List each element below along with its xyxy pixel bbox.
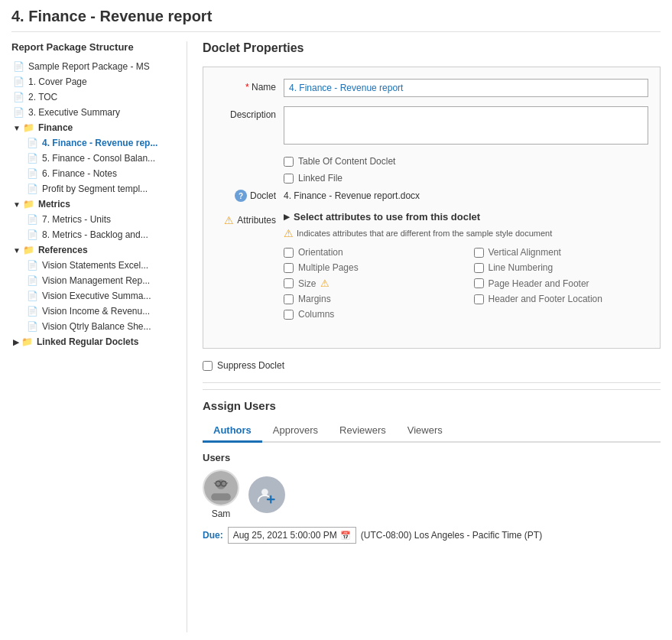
assign-users-title: Assign Users [203, 389, 661, 412]
tab-viewers[interactable]: Viewers [397, 420, 453, 443]
file-icon: 📄 [13, 92, 24, 102]
tree-item-cover[interactable]: 📄 1. Cover Page [11, 74, 183, 89]
file-icon: 📄 [27, 275, 38, 286]
tab-approvers[interactable]: Approvers [262, 420, 329, 443]
attr-header-footer-location-checkbox[interactable] [474, 294, 484, 304]
file-icon: 📄 [27, 260, 38, 271]
tree-group-references[interactable]: ▼ 📁 References [11, 242, 183, 258]
suppress-doclet-label: Suppress Doclet [217, 360, 284, 371]
attr-vertical-align-label: Vertical Alignment [489, 247, 561, 258]
add-user-icon [256, 484, 278, 505]
attr-orientation-label: Orientation [298, 247, 343, 258]
attr-columns-checkbox[interactable] [284, 310, 294, 320]
tree-item-vision-income[interactable]: 📄 Vision Income & Revenu... [25, 304, 183, 319]
due-date-field[interactable]: Aug 25, 2021 5:00:00 PM 📅 [228, 527, 356, 544]
tree-group-metrics[interactable]: ▼ 📁 Metrics [11, 197, 183, 212]
expand-arrow: ▶ [13, 338, 19, 346]
tree-item-finance-notes[interactable]: 📄 6. Finance - Notes [25, 166, 183, 181]
tab-authors[interactable]: Authors [203, 420, 262, 443]
tree-group-finance[interactable]: ▼ 📁 Finance [11, 120, 183, 135]
attr-margins-label: Margins [298, 294, 331, 304]
user-col-add [248, 476, 285, 513]
due-row: Due: Aug 25, 2021 5:00:00 PM 📅 (UTC-08:0… [203, 527, 661, 544]
attr-multiple-pages-checkbox[interactable] [284, 263, 294, 273]
tree-item-toc[interactable]: 📄 2. TOC [11, 89, 183, 105]
attributes-title: ▶ Select attributes to use from this doc… [284, 211, 648, 223]
attr-line-numbering-checkbox[interactable] [474, 263, 484, 273]
linked-file-checkbox[interactable] [284, 174, 294, 184]
attr-orientation: Orientation [284, 247, 459, 258]
attr-vertical-align: Vertical Alignment [474, 247, 649, 258]
attrs-warning-row: ⚠ Indicates attributes that are differen… [284, 227, 648, 239]
description-field-row: Description [215, 106, 648, 147]
tree-item-vision-mgmt[interactable]: 📄 Vision Management Rep... [25, 273, 183, 288]
tree-item-metrics-backlog[interactable]: 📄 8. Metrics - Backlog and... [25, 227, 183, 242]
tree-item-vision-stmt[interactable]: 📄 Vision Statements Excel... [25, 258, 183, 273]
attr-size-checkbox[interactable] [284, 278, 294, 288]
file-icon: 📄 [27, 229, 38, 240]
attr-multiple-pages-label: Multiple Pages [298, 262, 359, 273]
attributes-section: ▶ Select attributes to use from this doc… [284, 211, 648, 327]
tree-item-vision-qtrly[interactable]: 📄 Vision Qtrly Balance She... [25, 319, 183, 334]
file-icon: 📄 [27, 321, 38, 332]
doclet-label: ? Doclet [215, 190, 284, 202]
suppress-doclet-checkbox[interactable] [203, 361, 213, 371]
attr-columns: Columns [284, 309, 459, 320]
file-icon: 📄 [27, 214, 38, 225]
folder-icon: 📁 [23, 122, 34, 133]
name-field-value [284, 79, 648, 97]
file-icon: 📄 [13, 61, 24, 72]
file-icon: 📄 [13, 76, 24, 87]
tree-item-metrics-units[interactable]: 📄 7. Metrics - Units [25, 212, 183, 227]
tree-item-exec[interactable]: 📄 3. Executive Summary [11, 105, 183, 120]
tree-item-sample[interactable]: 📄 Sample Report Package - MS [11, 59, 183, 74]
attr-margins: Margins [284, 294, 459, 304]
attr-page-header-footer-checkbox[interactable] [474, 278, 484, 288]
attr-page-header-footer-label: Page Header and Footer [489, 278, 589, 289]
references-children: 📄 Vision Statements Excel... 📄 Vision Ma… [25, 258, 183, 334]
folder-icon: 📁 [23, 199, 34, 210]
attr-orientation-checkbox[interactable] [284, 248, 294, 258]
left-panel: Report Package Structure 📄 Sample Report… [11, 41, 187, 632]
add-user-button[interactable] [248, 476, 285, 513]
toc-checkbox[interactable] [284, 157, 294, 167]
description-field-value [284, 106, 648, 147]
tree-group-linked[interactable]: ▶ 📁 Linked Regular Doclets [11, 334, 183, 349]
linked-file-label: Linked File [298, 173, 342, 184]
file-icon: 📄 [27, 291, 38, 301]
name-input[interactable] [284, 79, 648, 97]
user-label-sam: Sam [212, 508, 231, 519]
user-col-sam: Sam [203, 469, 239, 519]
info-icon[interactable]: ? [235, 190, 247, 202]
due-label: Due: [203, 530, 223, 541]
finance-children: 📄 4. Finance - Revenue rep... 📄 5. Finan… [25, 135, 183, 197]
svg-point-8 [261, 489, 268, 495]
tree-item-vision-exec[interactable]: 📄 Vision Executive Summa... [25, 288, 183, 304]
left-panel-title: Report Package Structure [11, 41, 183, 53]
doclet-properties-title: Doclet Properties [203, 41, 661, 55]
attr-vertical-align-checkbox[interactable] [474, 248, 484, 258]
warning-icon: ⚠ [224, 214, 234, 226]
doclet-row: ? Doclet 4. Finance - Revenue report.doc… [215, 190, 648, 202]
folder-icon: 📁 [21, 336, 33, 347]
toc-checkbox-label: Table Of Content Doclet [298, 156, 395, 167]
properties-section: Name Description Table Of C [203, 67, 661, 349]
attributes-row: ⚠ Attributes ▶ Select attributes to use … [215, 211, 648, 327]
attributes-label: ⚠ Attributes [215, 211, 284, 226]
avatar-svg-sam [204, 469, 238, 506]
tree-item-finance-rev[interactable]: 📄 4. Finance - Revenue rep... [25, 135, 183, 151]
attr-size: Size ⚠ [284, 278, 459, 289]
tree-item-profit[interactable]: 📄 Profit by Segment templ... [25, 181, 183, 197]
triangle-icon: ▶ [284, 213, 290, 221]
description-textarea[interactable] [284, 106, 648, 145]
attr-margins-checkbox[interactable] [284, 294, 294, 304]
expand-arrow: ▼ [13, 124, 21, 132]
attr-header-footer-location: Header and Footer Location [474, 294, 649, 304]
tab-reviewers[interactable]: Reviewers [329, 420, 397, 443]
content-area: Report Package Structure 📄 Sample Report… [11, 41, 661, 632]
attr-columns-label: Columns [298, 309, 334, 320]
name-field-row: Name [215, 79, 648, 97]
tree-item-finance-consol[interactable]: 📄 5. Finance - Consol Balan... [25, 151, 183, 166]
attr-multiple-pages: Multiple Pages [284, 262, 459, 273]
section-divider [203, 382, 661, 383]
